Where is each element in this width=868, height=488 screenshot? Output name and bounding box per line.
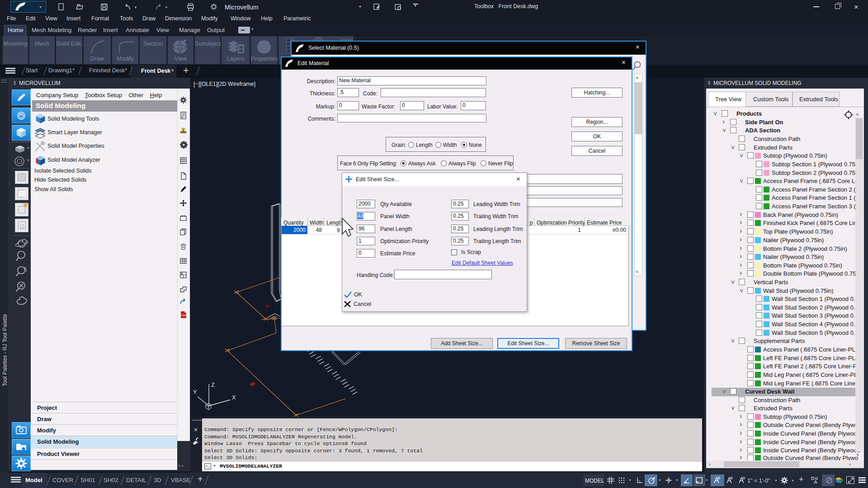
svg-text:2x: 2x <box>264 303 270 309</box>
svg-text:Y: Y <box>193 389 197 395</box>
svg-text:96: 96 <box>249 380 256 388</box>
svg-text:X: X <box>232 394 236 401</box>
svg-text:PDF: PDF <box>181 314 187 317</box>
svg-text:Z: Z <box>211 381 215 388</box>
